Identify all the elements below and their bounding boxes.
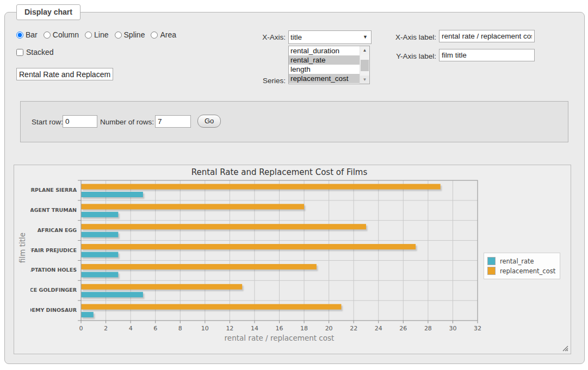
category-label: AFFAIR PREJUDICE bbox=[30, 247, 77, 253]
legend-entry-rental_rate: rental_rate bbox=[487, 257, 555, 265]
bar-rental_rate bbox=[81, 212, 118, 217]
chart-type-radio-label: Bar bbox=[26, 30, 38, 39]
legend-entry-replacement_cost: replacement_cost bbox=[487, 267, 555, 275]
x-tick-label: 2 bbox=[104, 325, 108, 332]
legend-label: rental_rate bbox=[496, 258, 534, 265]
x-tick-label: 12 bbox=[226, 325, 233, 332]
x-axis-select-label: X-Axis: bbox=[247, 33, 286, 41]
bar-rental_rate bbox=[81, 312, 94, 317]
x-tick-label: 18 bbox=[300, 325, 308, 332]
x-tick-label: 16 bbox=[276, 325, 283, 332]
chart-legend: rental_ratereplacement_cost bbox=[484, 253, 560, 279]
start-row-label: Start row: bbox=[32, 118, 63, 126]
legend-label: replacement_cost bbox=[496, 267, 555, 275]
x-tick-label: 28 bbox=[424, 325, 432, 332]
x-tick-label: 8 bbox=[178, 325, 182, 332]
x-tick-label: 26 bbox=[399, 325, 407, 332]
x-axis-label-label: X-Axis label: bbox=[393, 33, 436, 41]
go-button[interactable]: Go bbox=[197, 115, 221, 128]
series-option-rental_duration[interactable]: rental_duration bbox=[289, 46, 360, 55]
chart-type-radio-label: Column bbox=[53, 30, 79, 39]
chart-type-radio-label: Spline bbox=[124, 30, 145, 39]
series-options: rental_durationrental_ratelengthreplacem… bbox=[289, 46, 360, 83]
bar-rental_rate bbox=[81, 252, 118, 258]
chart-type-radio-area[interactable] bbox=[151, 32, 158, 39]
x-tick-label: 30 bbox=[449, 325, 456, 332]
series-listbox: rental_durationrental_ratelengthreplacem… bbox=[288, 46, 370, 84]
category-label: ACADEMY DINOSAUR bbox=[30, 307, 77, 313]
bar-replacement_cost bbox=[81, 224, 366, 229]
chart-title-input[interactable] bbox=[16, 68, 113, 80]
x-tick-label: 22 bbox=[350, 325, 357, 332]
bar-chart-plot: 02468101214161820222426283032AIRPLANE SI… bbox=[30, 179, 482, 334]
y-axis-label-label: Y-Axis label: bbox=[393, 52, 436, 60]
series-option-length[interactable]: length bbox=[289, 65, 360, 74]
category-label: ADAPTATION HOLES bbox=[30, 267, 77, 273]
display-chart-tab[interactable]: Display chart bbox=[16, 4, 81, 20]
bar-rental_rate bbox=[81, 232, 118, 237]
scroll-up-icon[interactable]: ▲ bbox=[360, 46, 369, 54]
bar-replacement_cost bbox=[81, 204, 304, 209]
chart-type-radio-column[interactable] bbox=[44, 32, 51, 39]
bar-replacement_cost bbox=[81, 284, 242, 290]
x-tick-label: 0 bbox=[79, 325, 83, 332]
bar-replacement_cost bbox=[81, 184, 441, 190]
stacked-label: Stacked bbox=[26, 48, 54, 57]
bar-rental_rate bbox=[81, 272, 118, 277]
legend-swatch bbox=[487, 267, 496, 275]
series-select-label: Series: bbox=[247, 77, 286, 85]
chart-type-radio-bar[interactable] bbox=[16, 32, 23, 39]
series-option-rental_rate[interactable]: rental_rate bbox=[289, 55, 360, 65]
x-axis-label-input[interactable] bbox=[439, 30, 535, 42]
bar-replacement_cost bbox=[81, 304, 341, 310]
x-tick-label: 4 bbox=[129, 325, 133, 332]
scrollbar-thumb[interactable] bbox=[361, 60, 369, 71]
bar-rental_rate bbox=[81, 292, 143, 297]
x-tick-label: 10 bbox=[201, 325, 209, 332]
chart-type-radio-label: Area bbox=[160, 30, 176, 39]
stacked-checkbox[interactable] bbox=[16, 49, 23, 56]
legend-swatch bbox=[487, 257, 496, 265]
chart-y-axis-title: film title bbox=[18, 210, 27, 286]
x-tick-label: 32 bbox=[474, 325, 481, 332]
number-of-rows-label: Number of rows: bbox=[100, 118, 154, 126]
chart-type-radio-line[interactable] bbox=[85, 32, 92, 39]
stacked-option: Stacked bbox=[16, 48, 54, 57]
bar-replacement_cost bbox=[81, 244, 416, 249]
x-tick-label: 6 bbox=[153, 325, 157, 332]
category-label: AFRICAN EGG bbox=[38, 227, 77, 233]
x-axis-select[interactable]: title bbox=[288, 30, 372, 44]
chart-type-radio-label: Line bbox=[94, 30, 108, 39]
y-axis-label-input[interactable] bbox=[439, 49, 535, 61]
number-of-rows-input[interactable] bbox=[155, 115, 191, 128]
x-tick-label: 20 bbox=[325, 325, 333, 332]
chart-title: Rental Rate and Replacement Cost of Film… bbox=[81, 167, 478, 177]
start-row-input[interactable] bbox=[63, 115, 97, 128]
chart-x-axis-title: rental rate / replacement cost bbox=[81, 334, 478, 342]
category-label: AIRPLANE SIERRA bbox=[30, 187, 77, 193]
x-tick-label: 14 bbox=[251, 325, 258, 332]
row-range-panel: Start row: Number of rows: Go bbox=[20, 101, 568, 142]
series-option-replacement_cost[interactable]: replacement_cost bbox=[289, 74, 360, 83]
bar-rental_rate bbox=[81, 192, 143, 197]
bar-replacement_cost bbox=[81, 264, 317, 269]
scroll-down-icon[interactable]: ▼ bbox=[360, 76, 369, 84]
chart-container: Rental Rate and Replacement Cost of Film… bbox=[14, 165, 571, 354]
series-scrollbar[interactable]: ▲ ▼ bbox=[360, 46, 369, 84]
chart-type-radio-group: BarColumnLineSplineArea bbox=[16, 30, 182, 39]
category-label: ACE GOLDFINGER bbox=[30, 287, 77, 293]
resize-handle-icon[interactable] bbox=[562, 345, 568, 352]
x-tick-label: 24 bbox=[375, 325, 382, 332]
chart-type-radio-spline[interactable] bbox=[115, 32, 122, 39]
category-label: AGENT TRUMAN bbox=[30, 207, 77, 213]
